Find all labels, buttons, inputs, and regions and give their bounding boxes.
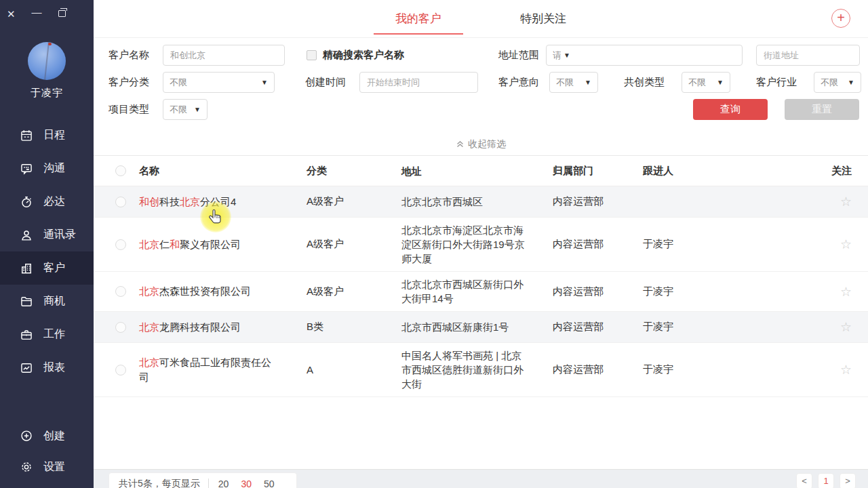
star-icon[interactable]: ☆	[840, 285, 852, 299]
minimize-icon[interactable]: —	[32, 7, 42, 17]
column-header-follower: 跟进人	[643, 165, 746, 178]
industry-select[interactable]: 不限 ▼	[814, 72, 861, 93]
intent-select[interactable]: 不限 ▼	[549, 72, 598, 93]
main-content: 我的客户特别关注 + 客户名称 精确搜索客户名称 地址范围 请选择城市 ▼ 客户…	[94, 0, 868, 488]
row-select-radio[interactable]	[115, 286, 126, 297]
customer-department: 内容运营部	[553, 321, 643, 333]
page-size-20[interactable]: 20	[218, 479, 229, 488]
customer-name-link[interactable]: 北京可米食品工业有限责任公司	[139, 355, 307, 385]
chevron-down-icon: ▼	[564, 52, 570, 59]
page-size-50[interactable]: 50	[264, 479, 275, 488]
category-select[interactable]: 不限 ▼	[163, 72, 275, 93]
sidebar-item-label: 工作	[43, 327, 65, 342]
total-count-text: 共计5条，每页显示	[119, 478, 200, 488]
tab-特别关注[interactable]: 特别关注	[511, 0, 576, 37]
star-icon[interactable]: ☆	[840, 195, 852, 209]
collapse-filters-link[interactable]: 收起筛选	[94, 133, 868, 156]
sidebar-item-label: 必达	[43, 195, 65, 209]
customer-name-input[interactable]	[163, 45, 285, 66]
street-address-input[interactable]	[756, 45, 860, 66]
sidebar-item-沟通[interactable]: 沟通	[0, 152, 94, 185]
customer-department: 内容运营部	[553, 195, 643, 208]
user-name: 于凌宇	[0, 87, 94, 100]
city-select[interactable]: 请选择城市 ▼	[546, 45, 743, 66]
row-select-radio[interactable]	[115, 365, 126, 375]
sidebar-item-必达[interactable]: 必达	[0, 185, 94, 218]
table-row[interactable]: 和创科技北京分公司4A级客户北京北京市西城区内容运营部☆	[94, 186, 868, 218]
next-page-button[interactable]: >	[840, 473, 856, 488]
exact-search-label[interactable]: 精确搜索客户名称	[323, 45, 404, 65]
sidebar-item-工作[interactable]: 工作	[0, 318, 94, 351]
reset-button[interactable]: 重置	[785, 99, 859, 120]
customer-address: 北京北京市西城区新街口外大街甲14号	[401, 277, 553, 306]
column-header-department: 归属部门	[553, 165, 643, 178]
customer-name-link[interactable]: 北京杰森世投资有限公司	[139, 284, 307, 299]
close-icon[interactable]: ✕	[7, 9, 16, 19]
column-header-address: 地址	[401, 164, 553, 178]
chevron-down-icon: ▼	[261, 79, 268, 86]
sidebar-item-报表[interactable]: 报表	[0, 351, 94, 384]
app-window: ✕ — 于凌宇 日程沟通必达通讯录客户商机工作报表 创建设置 我的客户特别关注 …	[0, 0, 868, 488]
customer-name-link[interactable]: 北京仁和聚义有限公司	[139, 237, 307, 252]
exact-search-checkbox[interactable]	[307, 50, 317, 60]
star-icon[interactable]: ☆	[840, 237, 852, 251]
table-row[interactable]: 北京杰森世投资有限公司A级客户北京北京市西城区新街口外大街甲14号内容运营部于凌…	[94, 272, 868, 312]
customer-name-label: 客户名称	[108, 45, 149, 65]
customer-name-link[interactable]: 北京龙腾科技有限公司	[139, 320, 307, 335]
customer-name-link[interactable]: 和创科技北京分公司4	[139, 195, 307, 209]
customer-category: B类	[307, 321, 401, 333]
double-chevron-up-icon	[456, 140, 465, 148]
sidebar-item-label: 通讯录	[43, 228, 76, 242]
briefcase-icon	[20, 328, 33, 342]
gear-icon	[20, 460, 33, 474]
project-type-select[interactable]: 不限 ▼	[163, 99, 208, 120]
plus-circle-icon	[20, 429, 33, 443]
customer-category: A级客户	[307, 238, 401, 251]
avatar[interactable]	[28, 42, 66, 80]
customer-department: 内容运营部	[553, 238, 643, 251]
customer-follower: 于凌宇	[643, 285, 746, 298]
chat-icon	[20, 162, 33, 176]
customer-address: 北京市西城区新康街1号	[401, 320, 553, 334]
customer-follower: 于凌宇	[643, 238, 746, 251]
table-row[interactable]: 北京可米食品工业有限责任公司A中国名人将军书画苑 | 北京市西城区德胜街道新街口…	[94, 343, 868, 397]
customer-department: 内容运营部	[553, 363, 643, 376]
sidebar-item-创建[interactable]: 创建	[0, 420, 94, 451]
table-row[interactable]: 北京龙腾科技有限公司B类北京市西城区新康街1号内容运营部于凌宇☆	[94, 312, 868, 343]
sidebar-item-设置[interactable]: 设置	[0, 451, 94, 483]
sidebar-item-日程[interactable]: 日程	[0, 119, 94, 152]
create-time-input[interactable]	[359, 72, 478, 93]
cocreate-type-select[interactable]: 不限 ▼	[682, 72, 730, 93]
customer-department: 内容运营部	[553, 285, 643, 298]
pagination: < 1 >	[796, 473, 856, 488]
sidebar-item-通讯录[interactable]: 通讯录	[0, 218, 94, 251]
customer-category: A级客户	[307, 285, 401, 298]
table-header: 名称 分类 地址 归属部门 跟进人 关注	[94, 156, 868, 186]
row-select-radio[interactable]	[115, 239, 126, 250]
column-header-name: 名称	[139, 163, 307, 178]
row-select-radio[interactable]	[115, 197, 126, 207]
maximize-icon[interactable]	[58, 10, 66, 17]
star-icon[interactable]: ☆	[840, 320, 852, 334]
building-icon	[20, 262, 33, 275]
star-icon[interactable]: ☆	[840, 363, 852, 377]
stopwatch-icon	[20, 195, 33, 209]
current-page-button[interactable]: 1	[818, 473, 834, 488]
table-row[interactable]: 北京仁和聚义有限公司A级客户北京北京市海淀区北京市海淀区新街口外大街路19号京师…	[94, 218, 868, 272]
address-range-label: 地址范围	[498, 45, 539, 65]
page-size-30[interactable]: 30	[241, 479, 252, 488]
add-customer-button[interactable]: +	[831, 9, 850, 28]
filter-panel: 客户名称 精确搜索客户名称 地址范围 请选择城市 ▼ 客户分类 不限 ▼ 创建时…	[94, 38, 868, 133]
sidebar-item-客户[interactable]: 客户	[0, 251, 94, 285]
sidebar-item-商机[interactable]: 商机	[0, 285, 94, 318]
sidebar-item-label: 商机	[43, 294, 65, 308]
row-select-radio[interactable]	[115, 322, 126, 333]
select-all-radio[interactable]	[115, 165, 126, 176]
search-button[interactable]: 查询	[693, 99, 768, 120]
prev-page-button[interactable]: <	[796, 473, 812, 488]
customer-category: A	[307, 364, 401, 375]
sidebar: ✕ — 于凌宇 日程沟通必达通讯录客户商机工作报表 创建设置	[0, 0, 94, 488]
tab-我的客户[interactable]: 我的客户	[386, 0, 451, 37]
contacts-icon	[20, 228, 33, 242]
cocreate-type-label: 共创类型	[624, 72, 665, 92]
